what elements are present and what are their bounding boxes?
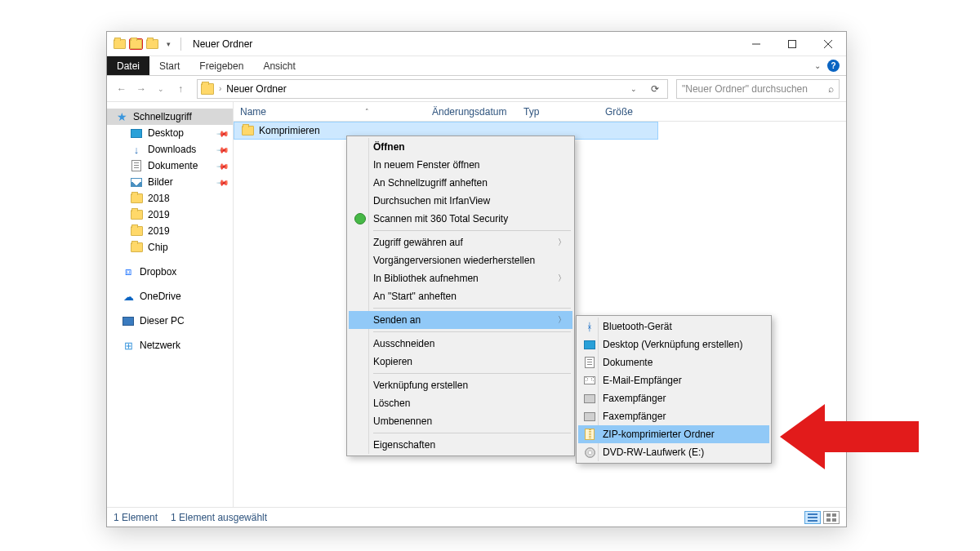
ctx-rename[interactable]: Umbenennen <box>349 412 572 430</box>
status-count: 1 Element <box>114 512 158 523</box>
document-icon <box>583 356 596 369</box>
search-placeholder: "Neuer Ordner" durchsuchen <box>682 83 808 95</box>
svg-rect-8 <box>832 513 836 517</box>
nav-back-icon[interactable]: ← <box>114 81 130 97</box>
sidebar-item-chip[interactable]: Chip <box>107 239 233 256</box>
sidebar-item-desktop[interactable]: Desktop 📌 <box>107 125 233 141</box>
folder-icon <box>112 37 127 51</box>
star-icon: ★ <box>115 110 128 123</box>
sendto-fax-1[interactable]: Faxempfänger <box>578 389 769 407</box>
ctx-open[interactable]: Öffnen <box>349 138 572 156</box>
ctx-copy[interactable]: Kopieren <box>349 353 572 371</box>
sendto-bluetooth[interactable]: ᚼ Bluetooth-Gerät <box>578 318 769 335</box>
pin-icon: 📌 <box>216 159 229 172</box>
refresh-icon[interactable]: ⟳ <box>646 80 664 98</box>
ctx-add-to-library[interactable]: In Bibliothek aufnehmen〉 <box>349 269 572 287</box>
ctx-irfanview[interactable]: Durchsuchen mit IrfanView <box>349 192 572 210</box>
tab-freigeben[interactable]: Freigeben <box>189 56 253 75</box>
ctx-cut[interactable]: Ausschneiden <box>349 335 572 353</box>
sidebar-item-downloads[interactable]: ↓ Downloads 📌 <box>107 141 233 158</box>
sendto-desktop[interactable]: Desktop (Verknüpfung erstellen) <box>578 335 769 353</box>
network-icon: ⊞ <box>122 339 135 352</box>
ribbon-expand-icon[interactable]: ⌄ <box>814 61 821 70</box>
folder-icon <box>130 224 143 238</box>
address-folder-icon <box>201 83 214 95</box>
bluetooth-icon: ᚼ <box>583 320 596 333</box>
nav-up-icon[interactable]: ↑ <box>172 81 189 97</box>
svg-rect-9 <box>826 518 831 522</box>
sendto-zip-folder[interactable]: ZIP-komprimierter Ordner <box>578 425 769 443</box>
pin-icon: 📌 <box>216 176 229 189</box>
tab-datei[interactable]: Datei <box>107 56 149 75</box>
tab-ansicht[interactable]: Ansicht <box>253 56 305 75</box>
status-bar: 1 Element 1 Element ausgewählt <box>107 507 846 527</box>
nav-forward-icon[interactable]: → <box>133 81 149 97</box>
dropbox-icon: ⧈ <box>122 265 135 278</box>
ctx-properties[interactable]: Eigenschaften <box>349 436 572 454</box>
nav-recent-icon[interactable]: ⌄ <box>153 81 169 97</box>
sidebar-item-schnellzugriff[interactable]: ★ Schnellzugriff <box>107 109 233 125</box>
folder-icon <box>130 192 143 205</box>
ctx-restore-versions[interactable]: Vorgängerversionen wiederherstellen <box>349 251 572 269</box>
column-size[interactable]: Größe <box>599 106 660 118</box>
file-name: Komprimieren <box>259 125 320 136</box>
sidebar-item-dieserpc[interactable]: Dieser PC <box>107 313 233 329</box>
sidebar-item-2018[interactable]: 2018 <box>107 190 233 207</box>
search-input[interactable]: "Neuer Ordner" durchsuchen ⌕ <box>676 79 840 99</box>
sidebar-item-2019a[interactable]: 2019 <box>107 207 233 223</box>
title-bar: ▾ Neuer Ordner <box>107 32 846 56</box>
sidebar-item-bilder[interactable]: Bilder 📌 <box>107 174 233 190</box>
column-type[interactable]: Typ <box>517 106 599 118</box>
chevron-right-icon: 〉 <box>558 273 566 284</box>
folder-icon <box>130 241 143 254</box>
ctx-open-new-window[interactable]: In neuem Fenster öffnen <box>349 156 572 174</box>
address-bar[interactable]: › Neuer Ordner ⌄ ⟳ <box>197 79 668 99</box>
ctx-grant-access[interactable]: Zugriff gewähren auf〉 <box>349 233 572 251</box>
pc-icon <box>122 314 135 327</box>
column-name[interactable]: Name ˄ <box>234 106 425 118</box>
sendto-email[interactable]: E-Mail-Empfänger <box>578 371 769 389</box>
search-icon[interactable]: ⌕ <box>828 83 834 95</box>
svg-rect-7 <box>826 513 831 517</box>
column-date[interactable]: Änderungsdatum <box>425 106 517 118</box>
help-icon[interactable]: ? <box>827 60 840 72</box>
ctx-pin-quickaccess[interactable]: An Schnellzugriff anheften <box>349 174 572 192</box>
download-icon: ↓ <box>130 143 143 156</box>
chevron-right-icon[interactable]: › <box>219 84 221 93</box>
svg-marker-11 <box>780 404 919 469</box>
chevron-right-icon: 〉 <box>558 314 566 326</box>
sendto-fax-2[interactable]: Faxempfänger <box>578 407 769 425</box>
ctx-scan-360[interactable]: Scannen mit 360 Total Security <box>349 210 572 228</box>
sendto-dvd-drive[interactable]: DVD-RW-Laufwerk (E:) <box>578 443 769 461</box>
ctx-create-shortcut[interactable]: Verknüpfung erstellen <box>349 376 572 394</box>
column-headers: Name ˄ Änderungsdatum Typ Größe <box>234 102 846 122</box>
view-icons-button[interactable] <box>823 511 840 524</box>
svg-rect-10 <box>832 518 836 522</box>
pin-icon: 📌 <box>216 127 229 140</box>
properties-icon[interactable] <box>128 37 143 51</box>
ctx-send-to[interactable]: Senden an〉 <box>349 311 572 329</box>
sidebar-item-2019b[interactable]: 2019 <box>107 223 233 239</box>
sidebar-item-dokumente[interactable]: Dokumente 📌 <box>107 158 233 174</box>
sidebar-item-netzwerk[interactable]: ⊞ Netzwerk <box>107 337 233 353</box>
desktop-icon <box>583 338 596 351</box>
minimize-button[interactable] <box>738 33 774 56</box>
sendto-dokumente[interactable]: Dokumente <box>578 353 769 371</box>
folder-icon <box>241 124 254 137</box>
close-button[interactable] <box>810 33 846 56</box>
maximize-button[interactable] <box>774 33 810 56</box>
tab-start[interactable]: Start <box>149 56 189 75</box>
sort-ascending-icon: ˄ <box>365 108 369 116</box>
ctx-delete[interactable]: Löschen <box>349 394 572 412</box>
folder-icon <box>130 208 143 221</box>
sidebar-item-onedrive[interactable]: ☁ OneDrive <box>107 288 233 304</box>
status-selected: 1 Element ausgewählt <box>171 512 267 523</box>
new-folder-icon[interactable] <box>145 37 159 51</box>
sidebar-item-dropbox[interactable]: ⧈ Dropbox <box>107 264 233 280</box>
qat-dropdown-icon[interactable]: ▾ <box>161 37 176 51</box>
view-details-button[interactable] <box>804 511 821 524</box>
ctx-pin-start[interactable]: An "Start" anheften <box>349 287 572 305</box>
ribbon-tabs: Datei Start Freigeben Ansicht ⌄ ? <box>107 56 846 76</box>
navigation-bar: ← → ⌄ ↑ › Neuer Ordner ⌄ ⟳ "Neuer Ordner… <box>107 76 846 102</box>
address-dropdown-icon[interactable]: ⌄ <box>625 80 643 98</box>
